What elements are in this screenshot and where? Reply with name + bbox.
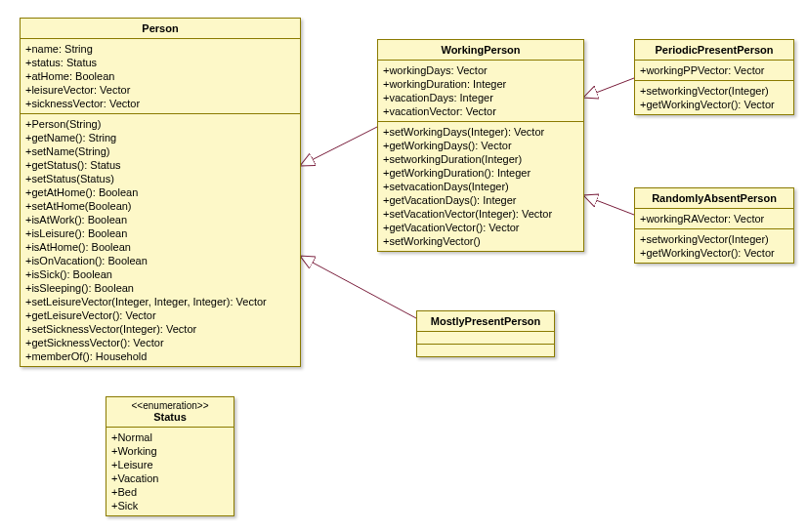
- attr-line: +workingDuration: Integer: [383, 77, 578, 91]
- class-mostly-present-person: MostlyPresentPerson: [416, 310, 555, 357]
- enum-status-header: <<enumeration>> Status: [106, 397, 234, 428]
- op-line: +setLeisureVector(Integer, Integer, Inte…: [25, 295, 295, 308]
- attr-line: +atHome: Boolean: [25, 69, 295, 83]
- class-randomly-absent-person-ops: +setworkingVector(Integer) +getWorkingVe…: [635, 229, 793, 263]
- attr-line: +status: Status: [25, 56, 295, 69]
- svg-line-2: [583, 78, 634, 98]
- op-line: +getWorkingVector(): Vector: [640, 246, 788, 260]
- attr-line: +vacationVector: Vector: [383, 104, 578, 118]
- enum-status-stereotype: <<enumeration>>: [106, 397, 234, 411]
- class-person-attrs: +name: String +status: Status +atHome: B…: [21, 39, 300, 114]
- class-randomly-absent-person: RandomlyAbsentPerson +workingRAVector: V…: [634, 187, 794, 264]
- attr-line: +workingDays: Vector: [383, 63, 578, 77]
- class-periodic-present-person-title: PeriodicPresentPerson: [635, 40, 793, 61]
- class-mostly-present-person-title: MostlyPresentPerson: [417, 311, 554, 332]
- op-line: +getName(): String: [25, 131, 295, 144]
- literal-line: +Normal: [111, 430, 229, 444]
- op-line: +setVacationVector(Integer): Vector: [383, 207, 578, 221]
- attr-line: +vacationDays: Integer: [383, 91, 578, 104]
- class-periodic-present-person: PeriodicPresentPerson +workingPPVector: …: [634, 39, 794, 115]
- literal-line: +Vacation: [111, 471, 229, 485]
- op-line: +getAtHome(): Boolean: [25, 185, 295, 199]
- literal-line: +Working: [111, 444, 229, 458]
- class-working-person-attrs: +workingDays: Vector +workingDuration: I…: [378, 61, 583, 122]
- op-line: +getLeisureVector(): Vector: [25, 308, 295, 322]
- class-person-ops: +Person(String) +getName(): String +setN…: [21, 114, 300, 366]
- class-working-person-ops: +setWorkingDays(Integer): Vector +getWor…: [378, 122, 583, 251]
- svg-line-0: [300, 127, 377, 166]
- op-line: +setvacationDays(Integer): [383, 180, 578, 193]
- attr-line: +leisureVector: Vector: [25, 83, 295, 97]
- class-working-person: WorkingPerson +workingDays: Vector +work…: [377, 39, 584, 252]
- op-line: +setStatus(Status): [25, 172, 295, 185]
- svg-line-3: [583, 195, 634, 215]
- literal-line: +Bed: [111, 485, 229, 499]
- op-line: +getWorkingDuration(): Integer: [383, 166, 578, 180]
- op-line: +isSleeping(): Boolean: [25, 281, 295, 295]
- class-periodic-present-person-ops: +setworkingVector(Integer) +getWorkingVe…: [635, 81, 793, 114]
- op-line: +getSicknessVector(): Vector: [25, 336, 295, 349]
- op-line: +setSicknessVector(Integer): Vector: [25, 322, 295, 336]
- op-line: +memberOf(): Household: [25, 349, 295, 363]
- op-line: +setworkingDuration(Integer): [383, 152, 578, 166]
- op-line: +getWorkingVector(): Vector: [640, 98, 788, 111]
- op-line: +Person(String): [25, 117, 295, 131]
- op-line: +getWorkingDays(): Vector: [383, 139, 578, 152]
- attr-line: +name: String: [25, 42, 295, 56]
- class-mostly-present-person-attrs: [417, 332, 554, 345]
- op-line: +setworkingVector(Integer): [640, 232, 788, 246]
- op-line: +setWorkingVector(): [383, 234, 578, 248]
- op-line: +setAtHome(Boolean): [25, 199, 295, 213]
- op-line: +getVacationDays(): Integer: [383, 193, 578, 207]
- attr-line: +workingRAVector: Vector: [640, 212, 788, 225]
- class-mostly-present-person-ops: [417, 345, 554, 356]
- class-randomly-absent-person-title: RandomlyAbsentPerson: [635, 188, 793, 209]
- class-working-person-title: WorkingPerson: [378, 40, 583, 61]
- op-line: +setWorkingDays(Integer): Vector: [383, 125, 578, 139]
- op-line: +getStatus(): Status: [25, 158, 295, 172]
- class-randomly-absent-person-attrs: +workingRAVector: Vector: [635, 209, 793, 229]
- literal-line: +Leisure: [111, 458, 229, 471]
- class-person: Person +name: String +status: Status +at…: [20, 18, 301, 367]
- op-line: +getVacationVector(): Vector: [383, 221, 578, 234]
- class-person-title: Person: [21, 19, 300, 39]
- svg-line-1: [300, 256, 416, 318]
- attr-line: +sicknessVector: Vector: [25, 97, 295, 110]
- enum-status-title: Status: [106, 411, 234, 427]
- enum-status-literals: +Normal +Working +Leisure +Vacation +Bed…: [106, 428, 234, 515]
- op-line: +isAtWork(): Boolean: [25, 213, 295, 226]
- op-line: +setName(String): [25, 144, 295, 158]
- enum-status: <<enumeration>> Status +Normal +Working …: [106, 396, 234, 516]
- op-line: +isAtHome(): Boolean: [25, 240, 295, 254]
- op-line: +isOnVacation(): Boolean: [25, 254, 295, 267]
- op-line: +isSick(): Boolean: [25, 267, 295, 281]
- op-line: +isLeisure(): Boolean: [25, 226, 295, 240]
- class-periodic-present-person-attrs: +workingPPVector: Vector: [635, 61, 793, 81]
- literal-line: +Sick: [111, 499, 229, 512]
- attr-line: +workingPPVector: Vector: [640, 63, 788, 77]
- op-line: +setworkingVector(Integer): [640, 84, 788, 98]
